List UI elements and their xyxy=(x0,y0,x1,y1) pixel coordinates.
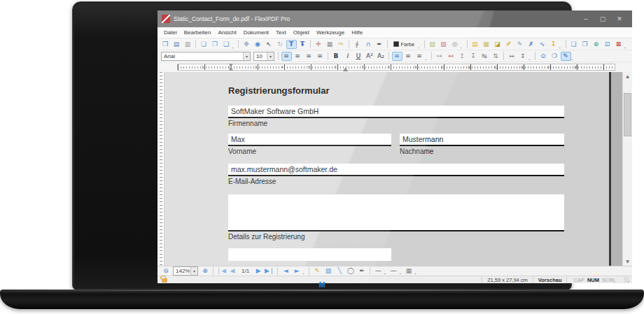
horizontal-ruler[interactable]: 123456789101112131415 xyxy=(177,64,615,71)
rotate-tool-button[interactable]: ↻ xyxy=(275,40,286,49)
scrollbar-thumb[interactable] xyxy=(624,93,631,136)
scroll-up-icon[interactable]: ▲ xyxy=(623,72,632,80)
overflow-button[interactable]: . xyxy=(384,270,388,276)
insert-object-tool-button[interactable]: ✛ xyxy=(314,40,324,49)
draw-ink-button[interactable]: ✒ xyxy=(357,267,368,276)
comment-balloon-button[interactable]: ❍ xyxy=(550,52,560,61)
object-zoom-button[interactable]: ◎ xyxy=(449,40,460,49)
dropdown-caret-icon[interactable]: ▾ xyxy=(267,52,274,60)
overflow-button[interactable]: . xyxy=(302,270,307,276)
export-page-button[interactable]: ❏ xyxy=(568,40,579,49)
menu-objekt[interactable]: Objekt xyxy=(290,28,313,37)
crossout-button[interactable]: ✗ xyxy=(526,40,536,49)
nav-forward-button[interactable]: ► xyxy=(292,267,302,276)
color-farbe-button[interactable]: Farbe xyxy=(391,40,418,49)
import-page-button[interactable]: ❐ xyxy=(580,40,590,49)
last-page-button[interactable]: ▶❘ xyxy=(265,267,275,276)
field-firmenname[interactable]: SoftMaker Software GmbH xyxy=(228,106,564,118)
edit-annotation-button[interactable]: ✎ xyxy=(561,52,571,61)
line-end-style-button[interactable]: — xyxy=(388,267,399,276)
menu-datei[interactable]: Datei xyxy=(160,28,181,37)
char-height-button[interactable]: ↕ xyxy=(518,52,528,61)
superscript-button[interactable]: A² xyxy=(365,52,375,61)
menu-text[interactable]: Text xyxy=(272,28,290,37)
tab-marker-icon[interactable] xyxy=(343,67,348,71)
page-preview-button[interactable]: ⊡ xyxy=(602,40,612,49)
text-paragraph-tool-button[interactable]: Ŧ xyxy=(298,40,308,49)
view-eye-button[interactable]: ⊙ xyxy=(538,52,549,61)
first-page-button[interactable]: ❘◀ xyxy=(216,267,227,276)
align-right-button[interactable]: ≡ xyxy=(304,52,314,61)
overflow-button[interactable]: . xyxy=(232,44,236,50)
italic-button[interactable]: I xyxy=(342,52,353,61)
maximize-button[interactable]: ▢ xyxy=(594,10,611,27)
line-spacing-double-button[interactable]: ≡ xyxy=(414,52,425,61)
open-button[interactable]: ❒ xyxy=(160,40,171,49)
raise-paragraph-button[interactable]: ↥ xyxy=(457,52,468,61)
overflow-button[interactable]: . xyxy=(399,270,403,276)
bold-button[interactable]: B xyxy=(331,52,342,61)
resize-grip[interactable] xyxy=(624,277,629,283)
menu-werkzeuge[interactable]: Werkzeuge xyxy=(313,28,348,37)
field-email[interactable]: max.mustermann@softmaker.de xyxy=(228,164,564,176)
zoom-out-button[interactable]: ⊖ xyxy=(161,267,172,276)
page-copy-button[interactable]: ❐ xyxy=(210,40,220,49)
print-button[interactable]: ▥ xyxy=(183,40,193,49)
field-vorname[interactable]: Max xyxy=(228,134,391,146)
overflow-button[interactable]: . xyxy=(559,44,564,50)
line-style-button[interactable]: — xyxy=(373,267,384,276)
zoom-in-button[interactable]: ⊕ xyxy=(200,267,211,276)
align-center-button[interactable]: ≡ xyxy=(293,52,303,61)
overflow-button[interactable]: . xyxy=(571,56,575,62)
dropdown-caret-icon[interactable]: ▾ xyxy=(190,267,197,275)
save-button[interactable]: ▤ xyxy=(172,40,182,49)
delete-page-button[interactable]: ⊠ xyxy=(613,40,624,49)
note-comment-button[interactable]: ▤ xyxy=(470,40,480,49)
underline-button[interactable]: U xyxy=(354,52,364,61)
font-name-combo[interactable]: Arial▾ xyxy=(161,52,251,61)
zoom-level-combo[interactable]: 142%▾ xyxy=(173,266,198,276)
pencil-comment-button[interactable]: ✎ xyxy=(514,40,525,49)
font-size-combo[interactable]: 10▾ xyxy=(253,52,274,61)
menu-dokument[interactable]: Dokument xyxy=(240,28,272,37)
overflow-button[interactable]: . xyxy=(414,270,419,276)
draw-line-button[interactable]: ╲ xyxy=(335,267,345,276)
field-extra[interactable] xyxy=(228,248,391,261)
close-button[interactable]: ✕ xyxy=(611,10,628,27)
align-justify-button[interactable]: ≡ xyxy=(315,52,326,61)
squiggle-underline-button[interactable]: ∿ xyxy=(537,40,547,49)
hand-tool-button[interactable]: ✥ xyxy=(241,40,252,49)
minimize-button[interactable]: – xyxy=(578,10,594,27)
merge-paragraph-button[interactable]: ↹ xyxy=(479,52,490,61)
fill-style-button[interactable]: ▦ xyxy=(404,267,414,276)
menu-bearbeiten[interactable]: Bearbeiten xyxy=(181,28,215,37)
menu-hilfe[interactable]: Hilfe xyxy=(348,28,366,37)
overflow-button[interactable]: . xyxy=(528,56,533,62)
draw-rect-button[interactable]: ▨ xyxy=(323,267,334,276)
scroll-down-icon[interactable]: ▼ xyxy=(623,257,632,266)
select-tool-button[interactable]: ↖ xyxy=(264,40,274,49)
stamp-button[interactable]: ◪ xyxy=(492,40,503,49)
lasso-tool-button[interactable]: ∮ xyxy=(352,40,363,49)
overflow-button[interactable]: . xyxy=(418,44,422,50)
eyedropper-tool-button[interactable]: ✒ xyxy=(374,40,385,49)
split-paragraph-button[interactable]: ⇅ xyxy=(491,52,501,61)
nav-back-button[interactable]: ◄ xyxy=(281,267,291,276)
prev-page-button[interactable]: ◀ xyxy=(227,267,238,276)
field-details[interactable] xyxy=(228,194,564,231)
draw-ellipse-button[interactable]: ◯ xyxy=(346,267,356,276)
highlighter-button[interactable]: ✐ xyxy=(503,40,514,49)
align-left-button[interactable]: ≡ xyxy=(281,52,292,61)
vertical-scrollbar[interactable]: ▲ ▼ xyxy=(622,72,632,266)
vertical-ruler[interactable] xyxy=(158,72,164,266)
text-tool-button[interactable]: T xyxy=(286,40,297,49)
reflow-pages-button[interactable]: ⊛ xyxy=(591,40,601,49)
line-spacing-15-button[interactable]: ≡ xyxy=(403,52,414,61)
indent-hanging-button[interactable]: ↤ xyxy=(446,52,456,61)
glue-tool-button[interactable]: ✑ xyxy=(336,40,346,49)
draw-pencil-button[interactable]: ✎ xyxy=(312,267,323,276)
overflow-button[interactable]: . xyxy=(624,44,629,50)
overflow-button[interactable]: . xyxy=(461,44,465,50)
char-width-button[interactable]: ↔ xyxy=(507,52,517,61)
field-nachname[interactable]: Mustermann xyxy=(400,134,564,146)
